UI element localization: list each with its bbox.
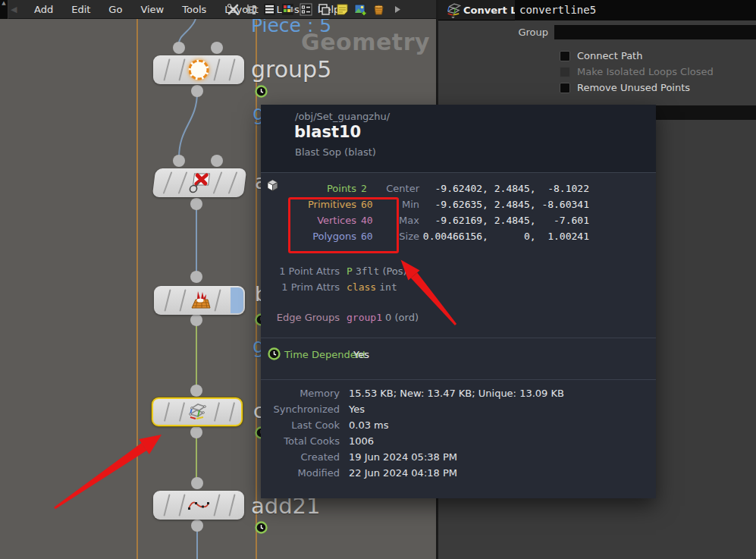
max-label: Max xyxy=(374,212,419,228)
last-cook-label: Last Cook xyxy=(261,417,340,433)
checkbox-icon[interactable] xyxy=(560,83,570,93)
prim-attrs-value: class int xyxy=(347,279,397,295)
points-value: 2 xyxy=(361,181,367,196)
node-name: blast10 xyxy=(294,123,361,141)
total-cooks-value: 1006 xyxy=(349,433,374,449)
node-group5[interactable] xyxy=(153,55,244,84)
center-value: -9.62402, 2.4845, -8.1022 xyxy=(422,181,589,196)
hierarchy-icon[interactable] xyxy=(244,2,258,16)
node-label-group5[interactable]: group5 xyxy=(251,56,331,83)
menu-edit[interactable]: Edit xyxy=(62,0,99,19)
checkbox-icon xyxy=(560,67,570,77)
houdini-window: Geometry Piece : 5 group5 g a xyxy=(0,0,756,559)
max-value: -9.62169, 2.4845, -7.601 xyxy=(422,212,589,228)
node-type: Blast Sop (blast) xyxy=(295,146,376,158)
primitives-value: 60 xyxy=(361,196,373,212)
image-icon[interactable] xyxy=(353,2,367,16)
memory-label: Memory xyxy=(261,385,340,401)
time-dependent-badge xyxy=(255,85,268,98)
tools-icon[interactable] xyxy=(226,2,240,16)
size-value: 0.00466156, 0, 1.00241 xyxy=(422,228,589,244)
group-sop-icon xyxy=(189,60,209,80)
pane-corner-handle[interactable]: ▲ xyxy=(0,0,8,19)
created-label: Created xyxy=(261,449,340,465)
bucket-icon[interactable] xyxy=(372,2,385,16)
menu-tools[interactable]: Tools xyxy=(173,0,215,19)
group-parm-label: Group xyxy=(469,25,548,39)
polygons-label: Polygons xyxy=(261,228,356,244)
checkbox-icon[interactable] xyxy=(560,51,570,61)
node-convertline-selected[interactable] xyxy=(152,397,243,426)
menu-view[interactable]: View xyxy=(131,0,173,19)
point-attrs-value: P 3flt (Pos) xyxy=(347,263,407,279)
created-value: 19 Jun 2024 05:38 PM xyxy=(349,449,457,465)
divider xyxy=(261,379,656,380)
time-dependent-value: Yes xyxy=(353,349,369,360)
points-label: Points xyxy=(261,181,356,196)
add-sop-icon xyxy=(187,497,211,513)
convertline-node-icon[interactable] xyxy=(444,2,462,19)
blast-sop-icon xyxy=(188,289,211,312)
delete-sop-icon xyxy=(187,172,212,193)
time-dependent-badge xyxy=(255,521,268,534)
checkbox-remove-unused-points[interactable]: Remove Unused Points xyxy=(560,82,690,93)
back-arrow-icon[interactable]: ◀ xyxy=(11,5,17,14)
windows-icon[interactable] xyxy=(317,2,331,16)
node-info-popup: /obj/Set_guangzhu/ blast10 Blast Sop (bl… xyxy=(261,105,656,498)
last-cook-value: 0.03 ms xyxy=(349,417,389,433)
divider xyxy=(261,338,656,338)
convertline-sop-icon xyxy=(186,402,209,422)
synchronized-value: Yes xyxy=(349,401,365,417)
checkbox-connect-path[interactable]: Connect Path xyxy=(560,50,642,61)
size-label: Size xyxy=(374,228,419,244)
prim-attrs-label: 1 Prim Attrs xyxy=(261,279,340,295)
memory-value: 15.53 KB; New: 13.47 KB; Unique: 13.09 K… xyxy=(349,385,564,401)
edge-groups-label: Edge Groups xyxy=(261,309,340,325)
parameter-header: Convert Line convertline5 xyxy=(438,0,756,20)
time-dependent-icon xyxy=(268,347,281,360)
min-label: Min xyxy=(374,196,419,212)
node-path: /obj/Set_guangzhu/ xyxy=(295,111,390,122)
note-icon[interactable] xyxy=(335,2,349,16)
edge-groups-value: group1 0 (ord) xyxy=(347,309,419,325)
node-add21[interactable] xyxy=(153,491,244,520)
synchronized-label: Synchronized xyxy=(261,401,340,417)
total-cooks-label: Total Cooks xyxy=(261,433,340,449)
polygons-value: 60 xyxy=(361,228,373,244)
node-blast-x[interactable] xyxy=(152,168,247,197)
list-icon[interactable] xyxy=(262,2,276,16)
node-blast-flag[interactable] xyxy=(154,286,245,315)
menu-go[interactable]: Go xyxy=(99,0,131,19)
point-attrs-label: 1 Point Attrs xyxy=(261,263,340,279)
popup-header: /obj/Set_guangzhu/ blast10 Blast Sop (bl… xyxy=(261,105,656,173)
display-flag[interactable] xyxy=(231,287,243,313)
vertices-label: Vertices xyxy=(261,212,356,228)
node-name-input[interactable]: convertline5 xyxy=(515,0,756,20)
more-icon[interactable] xyxy=(390,2,403,16)
menu-add[interactable]: Add xyxy=(25,0,62,19)
min-value: -9.62635, 2.4845, -8.60341 xyxy=(422,196,589,212)
primitives-label: Primitives xyxy=(261,196,356,212)
group-parm-input[interactable] xyxy=(554,25,756,39)
modified-label: Modified xyxy=(261,465,340,481)
center-label: Center xyxy=(374,181,419,196)
checkbox-make-isolated-loops-closed: Make Isolated Loops Closed xyxy=(560,66,714,77)
palette-icon[interactable] xyxy=(281,2,294,16)
checklist-icon[interactable] xyxy=(299,2,312,16)
vertices-value: 40 xyxy=(361,212,373,228)
network-menubar: ▲ ◀ Add Edit Go View Tools Layout Labs H… xyxy=(0,0,436,19)
modified-value: 22 Jun 2024 04:18 PM xyxy=(349,465,457,481)
